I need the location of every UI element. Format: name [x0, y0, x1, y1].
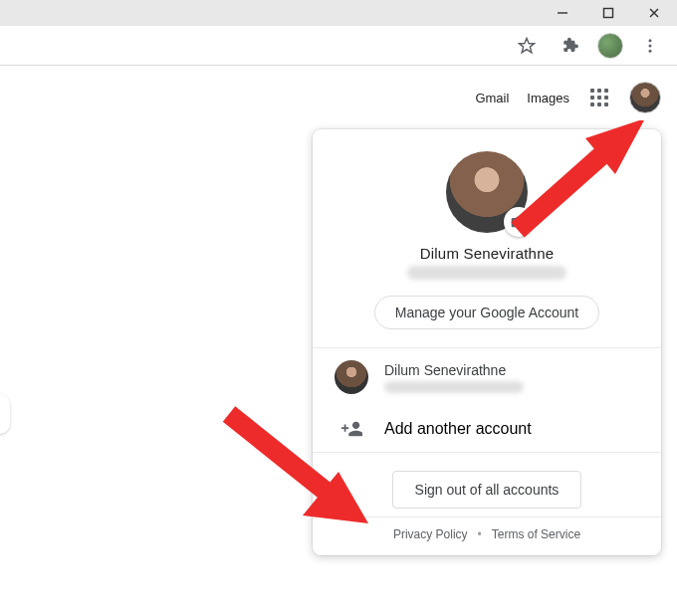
maximize-button[interactable]: [585, 0, 631, 26]
profile-avatar[interactable]: [629, 82, 661, 113]
svg-point-5: [649, 39, 652, 42]
add-account-label: Add another account: [384, 420, 532, 438]
svg-point-6: [649, 45, 652, 48]
other-account-row[interactable]: Dilum Senevirathne: [313, 348, 661, 406]
left-semicircle: [0, 394, 10, 434]
top-right-nav: Gmail Images: [475, 82, 661, 113]
account-header: Dilum Senevirathne Manage your Google Ac…: [313, 129, 661, 347]
signout-button[interactable]: Sign out of all accounts: [392, 471, 582, 509]
browser-toolbar: [0, 26, 677, 66]
terms-link[interactable]: Terms of Service: [492, 527, 580, 541]
add-account-row[interactable]: Add another account: [313, 406, 661, 452]
images-link[interactable]: Images: [527, 91, 569, 105]
close-button[interactable]: [631, 0, 677, 26]
change-photo-button[interactable]: [504, 207, 534, 237]
extensions-icon[interactable]: [554, 29, 587, 63]
window-titlebar: [0, 0, 677, 26]
more-vert-icon[interactable]: [633, 29, 667, 63]
other-account-avatar: [335, 360, 368, 394]
bookmark-star-icon[interactable]: [510, 29, 544, 63]
account-footer: Privacy Policy • Terms of Service: [313, 517, 661, 543]
apps-grid-icon[interactable]: [587, 86, 611, 109]
window-controls: [540, 0, 677, 26]
account-name: Dilum Senevirathne: [420, 245, 555, 262]
avatar-large-wrap: [446, 151, 528, 233]
other-account-email-blurred: [384, 381, 524, 393]
profile-chip-icon[interactable]: [597, 33, 623, 59]
svg-point-7: [649, 50, 652, 53]
account-email-blurred: [407, 266, 566, 280]
gmail-link[interactable]: Gmail: [475, 91, 509, 105]
person-add-icon: [335, 418, 368, 440]
other-account-name: Dilum Senevirathne: [384, 362, 524, 378]
privacy-link[interactable]: Privacy Policy: [393, 527, 468, 541]
account-menu-card: Dilum Senevirathne Manage your Google Ac…: [313, 129, 661, 555]
page-body: Gmail Images Dilum Senevirathne Manage y…: [0, 66, 677, 616]
svg-rect-1: [604, 9, 613, 18]
minimize-button[interactable]: [540, 0, 585, 26]
dot-separator: •: [478, 527, 482, 541]
manage-account-button[interactable]: Manage your Google Account: [374, 296, 599, 329]
svg-marker-4: [520, 39, 535, 53]
